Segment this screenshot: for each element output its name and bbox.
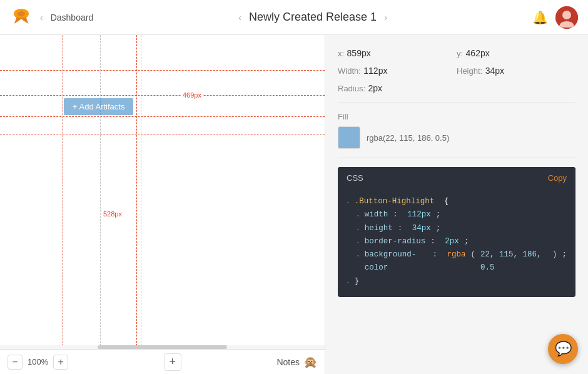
copy-css-button[interactable]: Copy — [548, 173, 567, 183]
css-dot-5: • — [357, 251, 360, 260]
css-dot-3: • — [357, 225, 360, 234]
chat-icon: 💬 — [555, 341, 572, 357]
fill-color-value: rgba(22, 115, 186, 0.5) — [367, 133, 449, 143]
add-artifacts-button[interactable]: + Add Artifacts — [64, 98, 133, 115]
radius-prop: Radius: 2px — [338, 83, 575, 94]
guide-h-top — [0, 70, 325, 71]
radius-label: Radius: — [338, 84, 365, 93]
header-center: ‹ Newly Created Release 1 › — [236, 10, 389, 25]
header: ‹ Dashboard ‹ Newly Created Release 1 › … — [0, 0, 588, 35]
section-divider-2 — [338, 158, 575, 158]
css-line-6: • } — [347, 275, 567, 288]
canvas-area[interactable]: 469px 528px + Add Artifacts − 100% + + N… — [0, 35, 325, 374]
logo-icon — [10, 5, 33, 30]
radius-row: Radius: 2px — [338, 83, 575, 94]
css-line-3: • height : 34px ; — [357, 222, 567, 235]
zoom-value: 100% — [28, 357, 48, 366]
width-label: Width: — [338, 66, 361, 76]
notes-label: Notes — [276, 357, 300, 367]
dashboard-link[interactable]: Dashboard — [51, 13, 94, 23]
css-class-name: .Button-Highlight — [355, 195, 435, 208]
fill-row: rgba(22, 115, 186, 0.5) — [338, 126, 575, 149]
guide-h-mid2 — [0, 134, 325, 134]
x-label: x: — [338, 49, 344, 58]
zoom-out-button[interactable]: − — [8, 355, 23, 370]
css-header: CSS Copy — [338, 167, 575, 189]
css-val-width: 112px — [407, 208, 431, 221]
zoom-controls: − 100% + — [8, 355, 68, 370]
css-title: CSS — [347, 173, 363, 183]
css-open-brace: { — [439, 195, 449, 208]
y-value: 462px — [466, 48, 490, 58]
guide-h-mid — [0, 116, 325, 117]
css-prop-bg: background-color — [365, 248, 428, 275]
back-arrow[interactable]: ‹ — [38, 10, 46, 25]
height-value: 34px — [485, 66, 504, 76]
guide-v-red-2 — [136, 35, 137, 349]
header-left: ‹ Dashboard — [10, 5, 93, 30]
x-prop: x: 859px — [338, 48, 457, 59]
css-section: CSS Copy • .Button-Highlight { • width :… — [338, 167, 575, 297]
height-prop: Height: 34px — [457, 65, 575, 76]
width-prop: Width: 112px — [338, 65, 457, 76]
zoom-in-button[interactable]: + — [53, 355, 68, 370]
avatar[interactable] — [555, 6, 578, 29]
css-dot-6: • — [347, 278, 350, 287]
radius-value: 2px — [368, 83, 383, 93]
fill-label: Fill — [338, 112, 575, 121]
guide-v-3 — [141, 35, 141, 349]
css-prop-width: width — [365, 208, 388, 221]
css-line-4: • border-radius : 2px ; — [357, 235, 567, 248]
dim-528-label: 528px — [102, 210, 123, 218]
page-title: Newly Created Release 1 — [249, 11, 377, 24]
svg-point-1 — [18, 11, 25, 16]
css-close-brace: } — [355, 275, 360, 288]
css-prop-radius: border-radius — [365, 235, 426, 248]
fill-swatch[interactable] — [338, 126, 360, 149]
x-value: 859px — [347, 48, 371, 58]
section-divider-1 — [338, 103, 575, 103]
css-line-2: • width : 112px ; — [357, 208, 567, 221]
size-row: Width: 112px Height: 34px — [338, 65, 575, 76]
notification-bell-icon[interactable]: 🔔 — [532, 10, 548, 25]
y-label: y: — [457, 49, 463, 58]
guide-v-2 — [100, 35, 101, 349]
notes-emoji-icon: 🙊 — [303, 355, 317, 369]
css-val-radius: 2px — [445, 235, 459, 248]
main-layout: 469px 528px + Add Artifacts − 100% + + N… — [0, 35, 588, 374]
css-dot-1: • — [347, 198, 350, 207]
canvas-inner: 469px 528px + Add Artifacts — [0, 35, 325, 349]
css-line-5: • background-color : rgba(22, 115, 186, … — [357, 248, 567, 275]
fill-section: Fill rgba(22, 115, 186, 0.5) — [338, 112, 575, 149]
dim-469-label: 469px — [181, 91, 203, 99]
height-label: Height: — [457, 66, 482, 76]
css-body: • .Button-Highlight { • width : 112px ; … — [338, 189, 575, 297]
css-prop-height: height — [365, 222, 393, 235]
prev-release-arrow[interactable]: ‹ — [236, 10, 244, 25]
width-value: 112px — [363, 66, 387, 76]
svg-point-3 — [562, 11, 571, 19]
css-val-bg: rgba — [447, 248, 465, 261]
next-release-arrow[interactable]: › — [382, 10, 390, 25]
header-right: 🔔 — [532, 6, 578, 29]
chat-bubble-button[interactable]: 💬 — [548, 334, 578, 364]
canvas-add-button[interactable]: + — [164, 353, 181, 371]
guide-v-red-1 — [63, 35, 63, 349]
canvas-toolbar: − 100% + + Notes 🙊 — [0, 349, 325, 374]
notes-area[interactable]: Notes 🙊 — [276, 355, 317, 369]
css-dot-2: • — [357, 211, 360, 220]
y-prop: y: 462px — [457, 48, 575, 59]
position-row: x: 859px y: 462px — [338, 48, 575, 59]
guide-h-top2 — [0, 95, 325, 96]
css-val-height: 34px — [412, 222, 431, 235]
css-line-1: • .Button-Highlight { — [347, 195, 567, 208]
css-dot-4: • — [357, 238, 360, 247]
right-panel: x: 859px y: 462px Width: 112px Height: 3… — [325, 35, 588, 374]
